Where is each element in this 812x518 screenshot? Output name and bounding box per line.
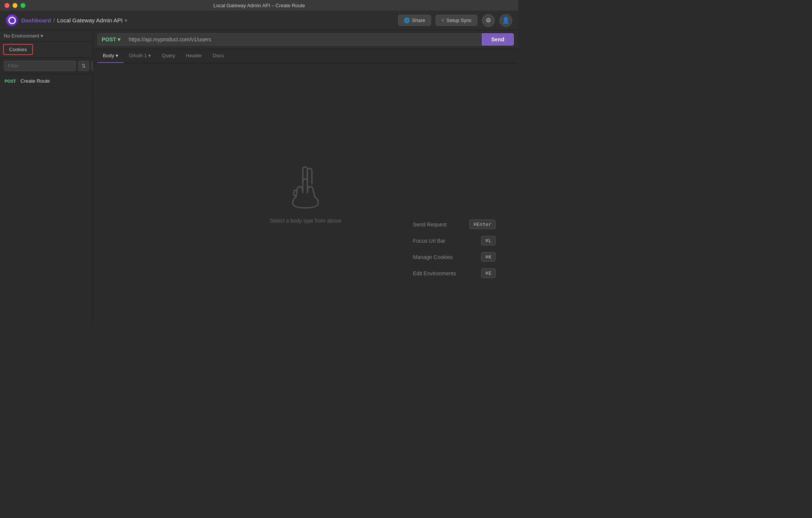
- environment-bar: No Environment ▾: [0, 30, 93, 42]
- tab-oauth1[interactable]: OAuth 1 ▾: [124, 49, 157, 63]
- shortcut-key-env: ⌘E: [481, 268, 496, 278]
- list-item[interactable]: POST Create Route: [0, 74, 93, 88]
- shortcut-label-cookies: Manage Cookies: [413, 254, 453, 260]
- shortcut-cookies: Manage Cookies ⌘K: [413, 252, 496, 262]
- shortcut-key-send: ⌘Enter: [469, 220, 496, 229]
- chevron-down-icon: ▾: [41, 33, 43, 39]
- header-nav: Dashboard / Local Gateway Admin API ▾ 🌐 …: [0, 11, 518, 30]
- chevron-down-icon[interactable]: ▾: [125, 18, 127, 23]
- sidebar-toolbar: ⇅ + ▾: [0, 58, 93, 74]
- share-icon: 🌐: [404, 17, 410, 23]
- sidebar: No Environment ▾ Cookies ⇅ + ▾ POST Crea…: [0, 30, 93, 323]
- shortcut-focus-url: Focus Url Bar ⌘L: [413, 236, 496, 245]
- window-title: Local Gateway Admin API – Create Route: [213, 3, 305, 8]
- send-button[interactable]: Send: [482, 33, 514, 46]
- shortcut-label-send: Send Request: [413, 221, 447, 228]
- tab-query[interactable]: Query: [156, 49, 180, 63]
- empty-state-text: Select a body type from above: [270, 218, 341, 224]
- shortcut-environments: Edit Environments ⌘E: [413, 268, 496, 278]
- logo-icon[interactable]: [6, 14, 18, 27]
- empty-state: Select a body type from above: [270, 163, 341, 224]
- traffic-lights: [5, 3, 25, 8]
- environment-selector[interactable]: No Environment ▾: [4, 33, 43, 39]
- maximize-button[interactable]: [20, 3, 25, 8]
- method-selector[interactable]: POST ▾: [98, 33, 124, 46]
- user-icon: 👤: [502, 17, 510, 24]
- sort-icon: ⇅: [82, 63, 86, 69]
- url-bar-row: POST ▾ Send: [93, 30, 518, 49]
- cookies-button[interactable]: Cookies: [3, 44, 33, 55]
- header-actions: 🌐 Share ⑂ Setup Sync ⚙ 👤: [398, 14, 512, 27]
- chevron-down-icon: ▾: [118, 36, 120, 42]
- main-content: No Environment ▾ Cookies ⇅ + ▾ POST Crea…: [0, 30, 518, 323]
- shortcut-key-url: ⌘L: [481, 236, 496, 245]
- title-bar: Local Gateway Admin API – Create Route: [0, 0, 518, 11]
- settings-button[interactable]: ⚙: [482, 14, 495, 27]
- cookies-bar: Cookies: [0, 42, 93, 58]
- breadcrumb-project[interactable]: Local Gateway Admin API: [57, 17, 123, 24]
- method-badge: POST: [5, 79, 17, 83]
- chevron-down-icon: ▾: [116, 53, 118, 58]
- shortcut-send-request: Send Request ⌘Enter: [413, 220, 496, 229]
- breadcrumb-dashboard[interactable]: Dashboard: [21, 17, 51, 24]
- shortcut-key-cookies: ⌘K: [481, 252, 496, 262]
- url-input[interactable]: [124, 33, 482, 46]
- tab-header[interactable]: Header: [181, 49, 208, 63]
- method-label: POST: [102, 36, 116, 42]
- tab-body[interactable]: Body ▾: [98, 49, 124, 63]
- minimize-button[interactable]: [13, 3, 17, 8]
- shortcuts-panel: Send Request ⌘Enter Focus Url Bar ⌘L Man…: [413, 220, 496, 278]
- setup-sync-button[interactable]: ⑂ Setup Sync: [436, 15, 478, 26]
- request-name: Create Route: [20, 78, 50, 84]
- breadcrumb-separator: /: [53, 17, 55, 24]
- breadcrumb: Dashboard / Local Gateway Admin API ▾: [21, 17, 127, 24]
- close-button[interactable]: [5, 3, 9, 8]
- sync-icon: ⑂: [441, 17, 444, 23]
- tab-docs[interactable]: Docs: [207, 49, 229, 63]
- share-button[interactable]: 🌐 Share: [398, 15, 431, 26]
- profile-button[interactable]: 👤: [499, 14, 512, 27]
- request-panel: POST ▾ Send Body ▾ OAuth 1 ▾ Query Heade…: [93, 30, 518, 323]
- gear-icon: ⚙: [486, 17, 491, 24]
- sidebar-request-list: POST Create Route: [0, 74, 93, 323]
- shortcut-label-url: Focus Url Bar: [413, 238, 445, 244]
- shortcut-label-env: Edit Environments: [413, 270, 456, 276]
- logo-inner-circle: [8, 17, 16, 24]
- body-panel: Select a body type from above Send Reque…: [93, 63, 518, 323]
- tabs-row: Body ▾ OAuth 1 ▾ Query Header Docs: [93, 49, 518, 63]
- filter-input[interactable]: [4, 61, 76, 71]
- sort-button[interactable]: ⇅: [78, 61, 89, 71]
- chevron-down-icon: ▾: [148, 53, 151, 58]
- hand-icon: [285, 163, 326, 210]
